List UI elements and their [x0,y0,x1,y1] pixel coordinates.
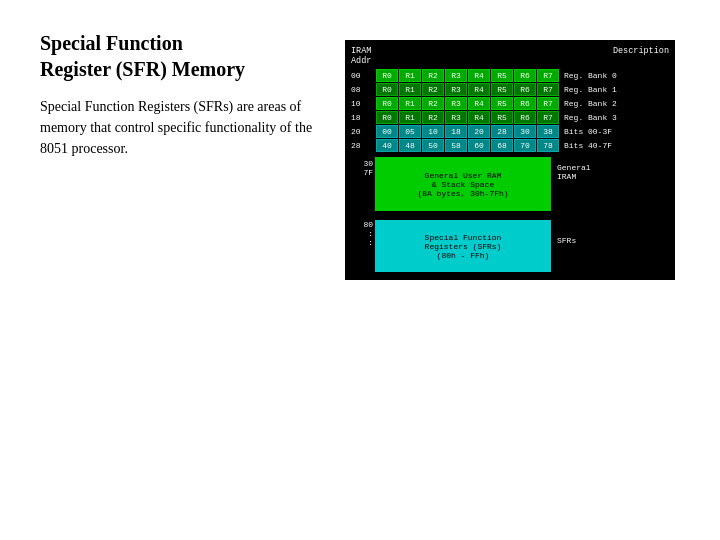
addr-header: IRAM Addr [351,46,371,66]
table-row: 08 R0 R1 R2 R3 R4 R5 R6 R7 Reg. Bank 1 [351,83,669,96]
general-ram-addr2: 7F [363,168,373,177]
page-title: Special Function Register (SFR) Memory [40,30,320,82]
table-row: 28 40 48 50 58 60 68 70 78 Bits 40-7F [351,139,669,152]
general-ram-label: General IRAM [557,155,617,181]
general-ram-addr: 30 [363,159,373,168]
general-ram-section: 30 7F General User RAM & Stack Space (8A… [351,155,669,213]
sfr-addr2: : [368,229,373,238]
desc-header: Description [613,46,669,66]
memory-diagram: IRAM Addr Description 00 R0 R1 R2 R3 R4 … [345,40,675,280]
left-panel: Special Function Register (SFR) Memory S… [40,30,320,510]
table-row: 20 00 05 10 18 20 28 30 38 Bits 00-3F [351,125,669,138]
sfr-addr: 80 [363,220,373,229]
body-text: Special Function Registers (SFRs) are ar… [40,96,320,159]
table-row: 10 R0 R1 R2 R3 R4 R5 R6 R7 Reg. Bank 2 [351,97,669,110]
table-row: 18 R0 R1 R2 R3 R4 R5 R6 R7 Reg. Bank 3 [351,111,669,124]
title-line1: Special Function [40,32,183,54]
sfr-block: Special Function Registers (SFRs) (80h -… [375,220,551,272]
diagram-header: IRAM Addr Description [351,46,669,66]
title-line2: Register (SFR) Memory [40,58,245,80]
general-ram-block: General User RAM & Stack Space (8A bytes… [375,157,551,211]
right-panel: IRAM Addr Description 00 R0 R1 R2 R3 R4 … [340,30,680,510]
page: Special Function Register (SFR) Memory S… [0,0,720,540]
sfr-label: SFRs [557,218,617,245]
table-row: 00 R0 R1 R2 R3 R4 R5 R6 R7 Reg. Bank 0 [351,69,669,82]
sfr-addr3: : [368,238,373,247]
sfr-section: 80 : : Special Function Registers (SFRs)… [351,218,669,274]
